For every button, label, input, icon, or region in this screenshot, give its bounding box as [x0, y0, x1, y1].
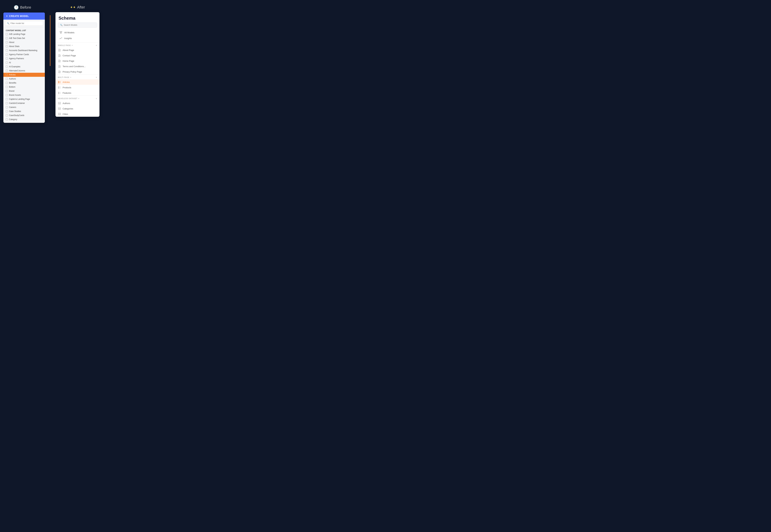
schema-item-products[interactable]: Products: [55, 85, 99, 90]
schema-item-features[interactable]: Features: [55, 90, 99, 96]
list-item[interactable]: A/B Landing Page: [3, 32, 45, 36]
page-icon: [58, 59, 61, 62]
schema-item-contact-page[interactable]: Contact Page: [55, 53, 99, 58]
schema-item-authors[interactable]: Authors: [55, 100, 99, 106]
list-item[interactable]: Bottom: [3, 85, 45, 89]
list-icon: [58, 86, 61, 89]
single-page-add-icon[interactable]: +: [96, 44, 97, 47]
before-text: Before: [20, 5, 31, 10]
schema-item-terms[interactable]: Terms and Conditions...: [55, 64, 99, 69]
list-item[interactable]: CardsInContainer: [3, 101, 45, 105]
list-item[interactable]: AI Examples: [3, 65, 45, 69]
list-item[interactable]: About Stats: [3, 44, 45, 48]
list-item-active[interactable]: Articles: [3, 73, 45, 77]
nav-item-insights[interactable]: Insights: [58, 35, 97, 41]
item-label: AI: [9, 61, 11, 64]
list-item[interactable]: Accounts Dashboard Marketing: [3, 48, 45, 52]
schema-item-about-page[interactable]: About Page: [55, 47, 99, 53]
schema-item-label: Terms and Conditions...: [63, 65, 86, 68]
headless-dataset-title-text: HEADLESS DATASET: [58, 98, 77, 99]
create-model-button[interactable]: + CREATE MODEL: [3, 13, 45, 20]
item-icon: [6, 86, 8, 88]
schema-item-label: Articles: [63, 81, 70, 83]
item-label: A/B Landing Page: [9, 33, 25, 35]
list-item[interactable]: Brand Assets: [3, 93, 45, 97]
schema-item-home-page[interactable]: Home Page: [55, 58, 99, 64]
schema-item-label: Authors: [63, 102, 70, 105]
after-text: After: [77, 5, 85, 9]
list-item[interactable]: CaseStudyCards: [3, 113, 45, 117]
item-icon: [6, 45, 8, 47]
item-label: CardsInContainer: [9, 102, 25, 104]
list-item[interactable]: Brand: [3, 89, 45, 93]
headless-dataset-add-icon[interactable]: +: [96, 97, 97, 100]
svg-rect-33: [58, 92, 59, 92]
left-panel: 🕐 Before + CREATE MODEL 🔍 CONTENT MODEL …: [3, 5, 45, 123]
nav-item-all-models[interactable]: All Models: [58, 30, 97, 35]
svg-rect-27: [58, 86, 59, 87]
headless-dataset-section-header: HEADLESS DATASET ▼ +: [55, 96, 99, 100]
schema-nav: All Models Insights: [55, 30, 99, 42]
nav-item-insights-label: Insights: [64, 37, 72, 40]
list-item[interactable]: AlternateColumns: [3, 69, 45, 73]
single-page-title: SINGLE PAGE ▼: [58, 44, 73, 46]
divider-section: [45, 5, 55, 120]
schema-item-label: About Page: [63, 49, 74, 51]
list-item[interactable]: About: [3, 40, 45, 44]
list-item[interactable]: A/B Test Data Set: [3, 36, 45, 40]
svg-rect-44: [58, 108, 61, 110]
sidebar-panel: + CREATE MODEL 🔍 CONTENT MODEL LIST A/B …: [3, 13, 45, 123]
list-item[interactable]: Agency Partner Cards: [3, 52, 45, 56]
list-item[interactable]: Capterra Landing Page: [3, 97, 45, 101]
sparkle-icon: ✦✦: [70, 5, 76, 9]
item-label: Capterra Landing Page: [9, 98, 30, 100]
single-page-section-header: SINGLE PAGE ▼ +: [55, 43, 99, 47]
list-icon: [58, 81, 61, 84]
svg-rect-23: [58, 83, 59, 83]
list-item[interactable]: Agency Partners: [3, 56, 45, 61]
multi-page-section-header: MULTI PAGE ▼ +: [55, 75, 99, 79]
multi-page-title: MULTI PAGE ▼: [58, 76, 72, 78]
schema-item-label: Products: [63, 86, 71, 89]
svg-rect-29: [58, 88, 59, 88]
item-label: Articles: [9, 74, 16, 76]
schema-item-privacy[interactable]: Privacy Policy Page: [55, 69, 99, 74]
list-item[interactable]: AI: [3, 61, 45, 65]
schema-search: 🔍: [58, 22, 97, 28]
multi-page-add-icon[interactable]: +: [96, 76, 97, 79]
item-label: CaseStudyCards: [9, 114, 24, 117]
item-label: AI Examples: [9, 65, 20, 68]
list-item[interactable]: Careers: [3, 105, 45, 109]
list-item[interactable]: Benefits: [3, 81, 45, 85]
schema-title: Schema: [55, 12, 99, 22]
item-icon: [6, 82, 8, 84]
item-label: Bottom: [9, 86, 15, 88]
insights-icon: [59, 37, 63, 40]
nav-item-all-models-label: All Models: [64, 31, 74, 34]
svg-rect-21: [58, 81, 59, 82]
schema-item-categories[interactable]: Categories: [55, 106, 99, 111]
schema-item-articles[interactable]: Articles: [55, 79, 99, 85]
headless-dataset-section: HEADLESS DATASET ▼ +: [55, 96, 99, 117]
filter-model-input[interactable]: [10, 22, 41, 25]
page-icon: [58, 65, 61, 68]
item-icon: [6, 102, 8, 104]
schema-item-cities[interactable]: Cities: [55, 111, 99, 117]
item-label: Authors: [9, 78, 16, 80]
item-label: Category: [9, 118, 17, 121]
schema-item-label: Features: [63, 92, 71, 94]
item-icon: [6, 41, 8, 43]
item-icon: [6, 58, 8, 60]
schema-search-input[interactable]: [64, 24, 95, 26]
list-item[interactable]: Authors: [3, 77, 45, 81]
item-icon: [6, 118, 8, 120]
item-label: Accounts Dashboard Marketing: [9, 49, 37, 52]
list-item[interactable]: Case Studies: [3, 109, 45, 113]
list-item[interactable]: Category: [3, 117, 45, 121]
item-icon: [6, 110, 8, 112]
item-icon: [6, 49, 8, 51]
create-model-label: CREATE MODEL: [9, 15, 29, 17]
single-page-dropdown-icon: ▼: [71, 45, 73, 46]
item-label: Careers: [9, 106, 16, 108]
svg-line-4: [60, 32, 61, 33]
